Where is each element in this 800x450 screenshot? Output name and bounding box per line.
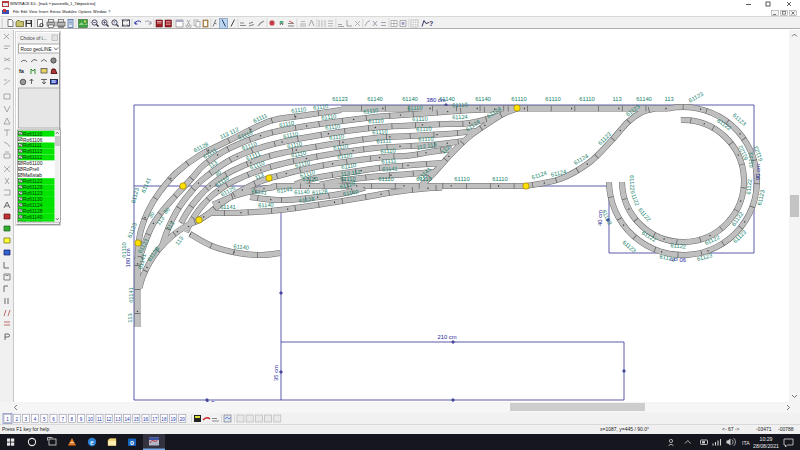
svg-text:Ro61129: Ro61129: [23, 185, 43, 190]
svg-text:Ro61112: Ro61112: [23, 155, 42, 160]
svg-text:61140: 61140: [475, 96, 491, 102]
svg-text:90 cm: 90 cm: [670, 257, 686, 263]
svg-text:Ro61111: Ro61111: [23, 143, 42, 148]
svg-text:Ro61113: Ro61113: [23, 149, 42, 154]
svg-text:61140: 61140: [367, 96, 383, 102]
svg-text:113: 113: [612, 96, 621, 102]
svg-text:113: 113: [174, 235, 184, 246]
svg-text:Ro61123: Ro61123: [23, 191, 43, 196]
svg-text:RoPrell: RoPrell: [23, 167, 39, 172]
svg-text:61110: 61110: [416, 126, 432, 133]
svg-text:16: 16: [143, 417, 149, 422]
svg-text:61110: 61110: [454, 176, 469, 182]
svg-text:9: 9: [80, 417, 83, 422]
svg-text:61141: 61141: [277, 186, 293, 194]
svg-text:61124: 61124: [452, 114, 469, 121]
svg-text:10:29: 10:29: [760, 436, 773, 442]
svg-text:61110: 61110: [363, 107, 379, 115]
svg-text:Roco geoLINE: Roco geoLINE: [21, 47, 52, 52]
svg-text:61110: 61110: [579, 96, 594, 102]
svg-text:Ro61124: Ro61124: [23, 203, 43, 208]
svg-text:210 cm: 210 cm: [437, 334, 456, 340]
svg-text:18: 18: [161, 417, 167, 422]
svg-text:8: 8: [71, 417, 74, 422]
svg-text:61111: 61111: [376, 138, 391, 145]
svg-text:11: 11: [97, 417, 102, 422]
svg-text:3D: 3D: [51, 80, 56, 84]
svg-text:Ro61110: Ro61110: [23, 132, 42, 137]
svg-text:61141: 61141: [128, 287, 134, 303]
svg-text:35 cm: 35 cm: [273, 365, 279, 381]
svg-text:61110: 61110: [372, 129, 388, 136]
svg-text:61123: 61123: [332, 96, 348, 102]
svg-text:6: 6: [52, 417, 55, 422]
svg-text:61110: 61110: [412, 116, 427, 123]
svg-text:61122: 61122: [745, 179, 752, 195]
svg-text:ITA: ITA: [742, 440, 750, 446]
svg-text:61122: 61122: [629, 190, 640, 207]
svg-text:12: 12: [106, 417, 112, 422]
svg-text:61140: 61140: [636, 96, 652, 102]
svg-text:1: 1: [6, 417, 9, 422]
svg-text:61140: 61140: [258, 201, 274, 208]
svg-text:61123: 61123: [748, 152, 754, 168]
svg-text:10: 10: [88, 417, 94, 422]
svg-text:13: 13: [115, 417, 121, 422]
svg-text:61140: 61140: [294, 188, 310, 195]
svg-text:5: 5: [43, 417, 46, 422]
svg-text:61123: 61123: [688, 91, 705, 104]
svg-text:90 cm: 90 cm: [755, 164, 761, 180]
svg-text:61141: 61141: [382, 165, 398, 172]
svg-text:17: 17: [152, 417, 158, 422]
svg-text:180 cm: 180 cm: [125, 248, 131, 267]
svg-text:61123: 61123: [130, 187, 140, 204]
svg-text:Ro61130: Ro61130: [23, 197, 43, 202]
svg-text:Ro61122: Ro61122: [23, 179, 43, 184]
svg-text:61122: 61122: [670, 242, 686, 249]
svg-text:Ro61100: Ro61100: [23, 161, 43, 166]
svg-text:fa: fa: [19, 68, 25, 74]
svg-text:?: ?: [429, 20, 433, 27]
svg-text:Maßstab: Maßstab: [23, 173, 42, 178]
svg-text:40 cm: 40 cm: [597, 210, 603, 226]
svg-text:113: 113: [127, 313, 133, 322]
svg-text:61110: 61110: [380, 147, 396, 154]
svg-text:61110: 61110: [378, 176, 393, 182]
svg-text:61141: 61141: [140, 177, 152, 194]
svg-text:3: 3: [25, 417, 28, 422]
svg-text:113: 113: [664, 96, 673, 102]
svg-text:61140: 61140: [402, 96, 418, 102]
svg-text:Ro61106: Ro61106: [23, 138, 43, 143]
svg-text:28/08/2021: 28/08/2021: [753, 443, 779, 449]
svg-text:61110: 61110: [511, 96, 526, 102]
svg-text:2: 2: [15, 417, 18, 422]
svg-text:o: o: [130, 439, 134, 446]
svg-text:Ro61140: Ro61140: [23, 215, 43, 220]
svg-text:7: 7: [61, 417, 64, 422]
svg-text:61124: 61124: [531, 169, 549, 180]
svg-text:Choice of t...: Choice of t...: [20, 36, 47, 41]
svg-text:Ro61128: Ro61128: [23, 209, 43, 214]
svg-text:4: 4: [34, 417, 37, 422]
svg-text:20: 20: [180, 417, 186, 422]
svg-text:15: 15: [134, 417, 140, 422]
svg-text:61141: 61141: [220, 204, 236, 210]
svg-text:e: e: [90, 437, 94, 447]
svg-text:61110: 61110: [407, 104, 423, 111]
svg-text:61110: 61110: [545, 96, 560, 102]
svg-text:61110: 61110: [452, 102, 468, 109]
svg-text:61110: 61110: [368, 118, 384, 125]
svg-text:61110: 61110: [492, 176, 507, 182]
svg-text:61122: 61122: [629, 175, 636, 191]
svg-text:61123: 61123: [621, 239, 637, 254]
svg-text:14: 14: [125, 417, 131, 422]
svg-text:19: 19: [171, 417, 177, 422]
svg-text:61123: 61123: [126, 222, 137, 239]
svg-text:380 cm: 380 cm: [426, 97, 445, 103]
